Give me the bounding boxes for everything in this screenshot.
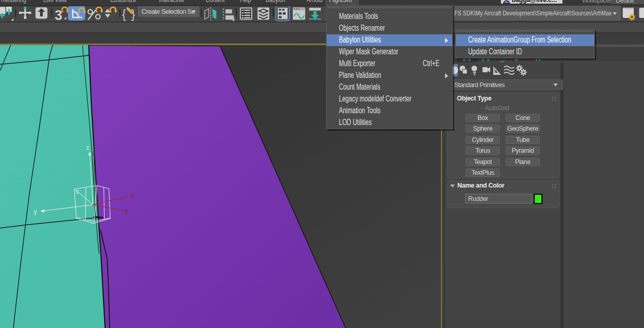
svg-text:y: y (131, 192, 134, 199)
svg-text:x: x (76, 188, 79, 195)
svg-text:}: } (131, 8, 135, 21)
svg-text:Create Selection Se: Create Selection Se (142, 8, 195, 15)
svg-text:3: 3 (55, 8, 63, 22)
svg-text:{: { (122, 8, 126, 21)
svg-text:y: y (34, 208, 37, 215)
svg-text:z: z (86, 144, 89, 151)
svg-text:z: z (92, 150, 95, 157)
svg-text:x: x (125, 208, 128, 215)
